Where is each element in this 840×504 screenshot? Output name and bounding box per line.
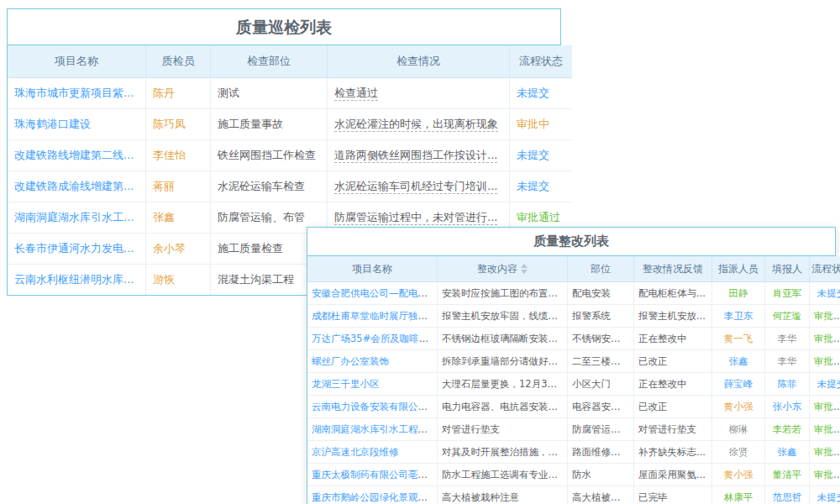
- project-link[interactable]: 万达广场35#会所及咖啡厅空...: [312, 333, 438, 344]
- column-header-project: 项目名称: [8, 45, 146, 78]
- reporter-text: 张鑫: [778, 446, 797, 458]
- project-cell: 改建铁路线增建第二线...: [8, 140, 146, 171]
- column-header-label: 质检员: [162, 55, 195, 67]
- project-link[interactable]: 改建铁路线增建第二线...: [14, 149, 134, 161]
- part-text: 防腐管运输...: [572, 423, 629, 435]
- reporter-cell: 范思哲: [765, 486, 810, 504]
- project-link[interactable]: 珠海市城市更新项目紫...: [14, 87, 134, 99]
- feedback-cell: 屋面采用聚氨...: [634, 464, 712, 486]
- part-cell: 小区大门: [568, 373, 634, 396]
- sort-caret-icon[interactable]: [521, 264, 528, 274]
- column-header-label: 指派人员: [718, 263, 759, 275]
- status-cell: 审批通过: [810, 396, 840, 418]
- table-row: 重庆市鹅岭公园绿化景观提升...高大植被栽种注意高大植被栽种已完毕林康平范思哲未…: [307, 486, 840, 504]
- part-text: 防水: [572, 469, 591, 480]
- content-text: 电力电容器、电抗器安装方案,...: [442, 401, 568, 412]
- content-text: 报警主机安放牢固，线缆连接...: [442, 310, 568, 322]
- project-cell: 珠海市城市更新项目紫...: [8, 78, 146, 109]
- inspector-cell: 陈丹: [146, 78, 211, 109]
- project-link[interactable]: 龙湖三千里小区: [312, 378, 380, 390]
- content-cell: 电力电容器、电抗器安装方案,...: [438, 396, 568, 418]
- column-header-label: 检查部位: [247, 55, 291, 67]
- content-cell: 安装时应按施工图的布置，将...: [438, 282, 568, 305]
- status-text: 审批中: [517, 118, 549, 130]
- project-link[interactable]: 珠海鹤港口建设: [14, 118, 91, 130]
- column-header-project: 项目名称: [307, 256, 438, 282]
- reporter-text: 李华: [778, 333, 797, 344]
- feedback-cell: 配电柜柜体与...: [634, 282, 712, 305]
- situation-text: 道路两侧铁丝网围挡工作按设计...: [334, 149, 497, 163]
- project-link[interactable]: 长春市伊通河水力发电...: [14, 242, 134, 255]
- inspector-text: 蒋丽: [153, 180, 175, 192]
- part-cell: 施工质量事故: [211, 109, 328, 140]
- part-text: 路面维修检...: [572, 446, 629, 458]
- feedback-cell: 对管进行垫支: [634, 418, 712, 441]
- inspector-cell: 游恢: [146, 265, 211, 296]
- project-link[interactable]: 重庆市鹅岭公园绿化景观提升...: [312, 491, 438, 503]
- content-cell: 高大植被栽种注意: [438, 486, 568, 504]
- reporter-cell: 李若若: [765, 418, 810, 441]
- column-header-label: 部位: [591, 263, 611, 275]
- status-cell: 未提交: [810, 486, 840, 504]
- table-row: 改建铁路成渝线增建第...蒋丽水泥砼运输车检查水泥砼运输车司机经过专门培训...…: [8, 171, 572, 202]
- status-cell: 未提交: [510, 140, 573, 171]
- status-text: 未提交: [817, 287, 840, 299]
- table-row: 螺丝厂办公室装饰拆除到承重墙部分请做好加固...二至三楼混...已改正张鑫李华审…: [307, 350, 840, 373]
- column-header-assignee: 指派人员: [712, 256, 765, 282]
- reporter-cell: 张鑫: [765, 441, 810, 464]
- project-link[interactable]: 重庆太极制药有限公司亳州中...: [312, 469, 438, 480]
- situation-text: 防腐管运输过程中，未对管进行...: [334, 211, 497, 225]
- project-cell: 珠海鹤港口建设: [8, 109, 146, 140]
- project-link[interactable]: 改建铁路成渝线增建第...: [14, 180, 134, 192]
- status-text: 审批通过: [814, 401, 840, 412]
- assignee-text: 薛宝峰: [724, 378, 753, 390]
- part-cell: 电容器安装...: [568, 396, 634, 418]
- feedback-cell: 正在整改中: [634, 328, 712, 350]
- project-link[interactable]: 湖南洞庭湖水库引水工程施工1标: [312, 423, 438, 435]
- table-row: 珠海市城市更新项目紫...陈丹测试检查通过未提交: [8, 78, 572, 109]
- inspector-text: 余小琴: [153, 242, 186, 255]
- status-cell: 未提交: [510, 171, 573, 202]
- situation-cell: 检查通过: [328, 78, 510, 109]
- part-text: 高大植被栽种: [572, 491, 630, 503]
- content-text: 高大植被栽种注意: [442, 491, 519, 503]
- assignee-cell: 李卫东: [712, 305, 765, 328]
- part-text: 测试: [218, 87, 239, 99]
- project-link[interactable]: 安徽合肥供电公司—配电设备...: [312, 287, 438, 299]
- table-row: 湖南洞庭湖水库引水工程施工1标对管进行垫支防腐管运输...对管进行垫支柳琳李若若…: [307, 418, 840, 441]
- status-cell: 审批通过: [810, 350, 840, 373]
- inspector-cell: 张鑫: [146, 202, 211, 234]
- part-cell: 防腐管运输...: [568, 418, 634, 441]
- reporter-text: 范思哲: [773, 491, 802, 503]
- part-text: 施工质量事故: [218, 118, 283, 130]
- status-cell: 审批中: [510, 109, 573, 140]
- content-text: 不锈钢边框玻璃隔断安装不牢...: [442, 333, 568, 344]
- feedback-text: 已完毕: [638, 491, 668, 503]
- project-link[interactable]: 京沪高速北京段维修: [312, 446, 399, 458]
- project-cell: 重庆市鹅岭公园绿化景观提升...: [307, 486, 438, 504]
- assignee-cell: 黄一飞: [712, 328, 765, 350]
- reporter-cell: 李华: [765, 350, 810, 373]
- content-cell: 不锈钢边框玻璃隔断安装不牢...: [438, 328, 568, 350]
- part-cell: 水泥砼运输车检查: [211, 171, 328, 202]
- situation-cell: 水泥砼运输车司机经过专门培训...: [328, 171, 510, 202]
- project-link[interactable]: 螺丝厂办公室装饰: [312, 355, 389, 367]
- inspector-cell: 陈巧凤: [146, 109, 211, 140]
- inspection-table-header: 项目名称质检员检查部位检查情况流程状态: [8, 45, 572, 78]
- column-header-content[interactable]: 整改内容: [438, 256, 568, 282]
- project-cell: 万达广场35#会所及咖啡厅空...: [307, 328, 438, 350]
- column-header-part: 部位: [568, 256, 634, 282]
- sort-asc-icon[interactable]: [521, 264, 528, 268]
- table-row: 龙湖三千里小区大理石层量更换，12月31日之...小区大门正在整改中薛宝峰陈菲未…: [307, 373, 840, 396]
- project-link[interactable]: 湖南洞庭湖水库引水工...: [14, 211, 134, 223]
- project-link[interactable]: 云南水利枢纽潜明水库...: [14, 273, 134, 286]
- project-link[interactable]: 成都杜甫草堂临时展厅独立展...: [312, 310, 438, 322]
- content-cell: 对其及时开展整治措施，桥头...: [438, 441, 568, 464]
- part-text: 混凝土沟渠工程: [218, 273, 294, 286]
- reporter-cell: 肖亚军: [765, 282, 810, 305]
- status-text: 审批通过: [814, 333, 840, 344]
- part-text: 小区大门: [572, 378, 611, 390]
- sort-desc-icon[interactable]: [521, 270, 528, 274]
- situation-text: 检查通过: [334, 87, 378, 101]
- project-link[interactable]: 云南电力设备安装有限公司20...: [312, 401, 438, 412]
